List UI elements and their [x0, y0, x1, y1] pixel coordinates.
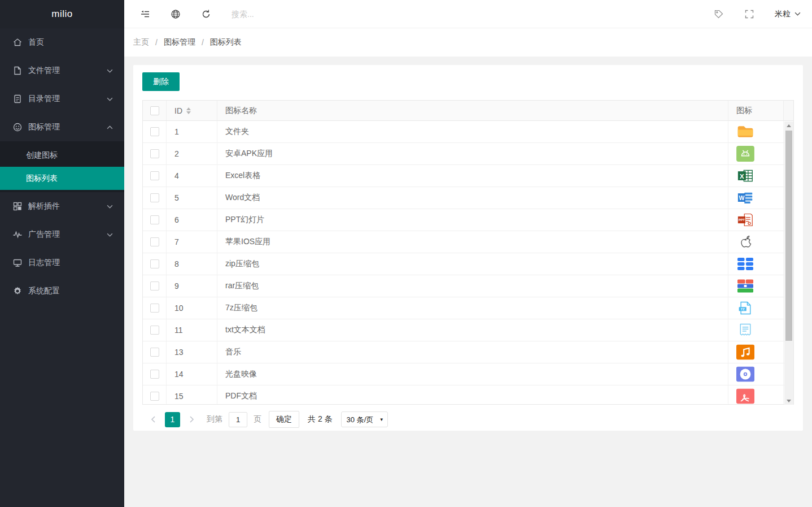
row-id: 6 [167, 209, 217, 231]
chevron-down-icon [107, 97, 113, 101]
scroll-down-icon[interactable] [784, 397, 793, 405]
sidebar-item-logs[interactable]: 日志管理 [0, 249, 124, 277]
home-icon [12, 37, 23, 47]
txt-icon [736, 322, 754, 338]
sidebar-item-icon-list[interactable]: 图标列表 [0, 167, 124, 190]
svg-text:PPT: PPT [739, 218, 745, 222]
android-icon [736, 146, 754, 162]
table-row: 14 光盘映像 [143, 363, 793, 385]
sidebar-item-label: 解析插件 [28, 201, 107, 211]
row-id: 14 [167, 363, 217, 385]
svg-text:W: W [739, 194, 744, 201]
row-id: 2 [167, 143, 217, 164]
breadcrumb-home[interactable]: 主页 [133, 37, 149, 47]
sidebar-item-label: 图标管理 [28, 122, 107, 132]
next-page-icon[interactable] [187, 415, 195, 423]
user-dropdown[interactable]: 米粒 [775, 9, 801, 19]
sidebar-item-label: 文件管理 [28, 66, 107, 76]
globe-icon[interactable] [171, 9, 181, 19]
row-checkbox[interactable] [150, 392, 159, 401]
app-root: milio 首页 文件管理 目录管理 图标管理 创建图标 图标列表 解析插件 [0, 0, 812, 507]
current-page-button[interactable]: 1 [165, 412, 180, 427]
sidebar: milio 首页 文件管理 目录管理 图标管理 创建图标 图标列表 解析插件 [0, 0, 124, 507]
sidebar-item-label: 系统配置 [28, 286, 113, 296]
table-row: 13 音乐 [143, 341, 793, 363]
refresh-icon[interactable] [201, 9, 211, 19]
music-icon [736, 344, 754, 360]
scroll-up-icon[interactable] [784, 122, 793, 129]
page-size-select[interactable]: 30 条/页 [341, 411, 388, 427]
table-row: 1 文件夹 [143, 121, 793, 143]
row-id: 9 [167, 275, 217, 297]
chevron-down-icon [107, 233, 113, 237]
catalog-icon [12, 94, 23, 104]
sort-icon[interactable] [186, 107, 191, 114]
sidebar-item-ads[interactable]: 广告管理 [0, 220, 124, 249]
delete-button[interactable]: 删除 [142, 72, 180, 91]
row-name: 光盘映像 [217, 363, 728, 385]
sidebar-item-catalog[interactable]: 目录管理 [0, 85, 124, 113]
row-name: Word文档 [217, 187, 728, 209]
row-checkbox[interactable] [150, 281, 159, 291]
sidebar-item-home[interactable]: 首页 [0, 28, 124, 57]
sidebar-item-icons[interactable]: 图标管理 [0, 113, 124, 141]
table-row: 5 Word文档 W [143, 187, 793, 209]
row-name: 音乐 [217, 341, 728, 363]
row-checkbox[interactable] [150, 259, 159, 268]
row-name: 苹果IOS应用 [217, 231, 728, 253]
row-checkbox[interactable] [150, 171, 159, 180]
sidebar-item-files[interactable]: 文件管理 [0, 57, 124, 85]
row-name: 安卓APK应用 [217, 143, 728, 164]
sidebar-item-parser-plugins[interactable]: 解析插件 [0, 192, 124, 220]
row-name: PDF文档 [217, 385, 728, 404]
page-size-select-wrap: 30 条/页 ▼ [341, 411, 388, 427]
tag-icon[interactable] [714, 9, 724, 19]
sidebar-item-system-config[interactable]: 系统配置 [0, 277, 124, 305]
table-row: 6 PPT幻灯片 PPT [143, 209, 793, 231]
svg-text:X: X [740, 173, 744, 180]
goto-page-input[interactable] [229, 412, 247, 427]
goto-page-label: 到第 [207, 414, 222, 424]
table-scrollbar[interactable] [784, 122, 793, 405]
row-checkbox[interactable] [150, 215, 159, 224]
folder-icon [736, 124, 754, 140]
sidebar-item-create-icon[interactable]: 创建图标 [0, 144, 124, 167]
row-checkbox[interactable] [150, 348, 159, 357]
select-all-checkbox[interactable] [150, 106, 159, 115]
rar-icon [736, 278, 754, 294]
fullscreen-icon[interactable] [744, 9, 754, 19]
column-header-id[interactable]: ID [167, 101, 217, 120]
topbar: 米粒 [124, 0, 812, 28]
column-header-icon: 图标 [728, 101, 784, 120]
row-checkbox[interactable] [150, 326, 159, 335]
row-checkbox[interactable] [150, 370, 159, 379]
icon-table: ID 图标名称 图标 1 文件夹 2 安卓APK应用 4 Excel表格 [142, 100, 794, 405]
sidebar-item-label: 广告管理 [28, 229, 107, 240]
row-checkbox[interactable] [150, 304, 159, 313]
plugin-icon [12, 201, 23, 211]
smiley-icon [12, 122, 23, 132]
topbar-right: 米粒 [714, 9, 801, 19]
row-checkbox[interactable] [150, 193, 159, 202]
row-name: PPT幻灯片 [217, 209, 728, 231]
gear-icon [12, 286, 23, 296]
table-header: ID 图标名称 图标 [143, 101, 793, 121]
row-checkbox[interactable] [150, 237, 159, 246]
scrollbar-thumb[interactable] [785, 131, 792, 341]
row-id: 8 [167, 253, 217, 275]
row-id: 15 [167, 385, 217, 404]
sidebar-item-label: 首页 [28, 37, 113, 47]
row-checkbox[interactable] [150, 149, 159, 158]
breadcrumb-separator: / [155, 38, 158, 47]
ppt-icon: PPT [736, 212, 754, 228]
breadcrumb-section: 图标管理 [164, 37, 195, 47]
breadcrumb-separator: / [202, 38, 204, 47]
collapse-sidebar-icon[interactable] [140, 9, 150, 19]
row-checkbox[interactable] [150, 127, 159, 136]
row-id: 13 [167, 341, 217, 363]
scrollbar-header-cell [784, 101, 793, 120]
prev-page-icon[interactable] [150, 415, 158, 423]
search-input[interactable] [232, 10, 356, 19]
confirm-button[interactable]: 确定 [269, 411, 299, 428]
row-name: Excel表格 [217, 165, 728, 187]
